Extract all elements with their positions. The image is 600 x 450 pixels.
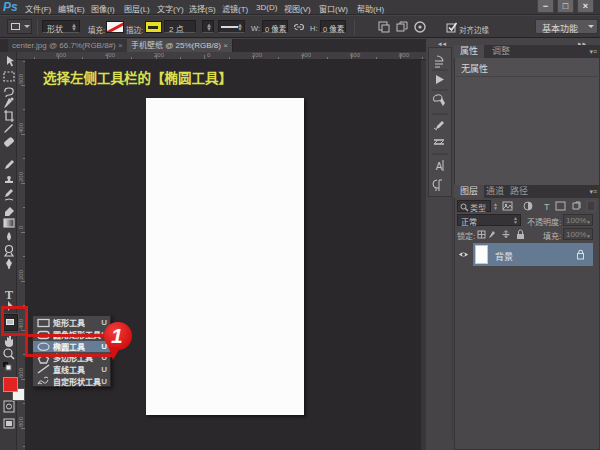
svg-text:T: T <box>5 288 13 302</box>
svg-text:A: A <box>436 161 443 172</box>
svg-text:T: T <box>544 202 550 212</box>
